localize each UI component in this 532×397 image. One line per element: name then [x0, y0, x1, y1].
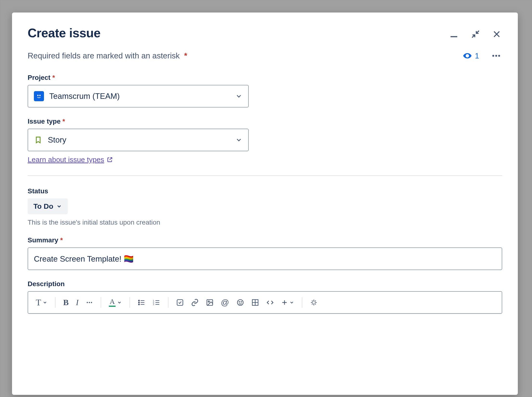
status-label: Status [28, 187, 502, 195]
learn-issue-types-link[interactable]: Learn about issue types [28, 156, 113, 164]
svg-point-14 [138, 300, 139, 301]
issue-type-select[interactable]: Story [28, 129, 249, 151]
bold-button[interactable]: B [60, 296, 72, 309]
subheader-actions: 1 [462, 50, 502, 62]
minimize-button[interactable] [448, 28, 460, 40]
link-icon [191, 299, 199, 306]
description-label: Description [28, 280, 502, 288]
svg-line-43 [312, 303, 313, 304]
asterisk-icon: * [50, 74, 55, 81]
bullet-list-button[interactable] [135, 297, 148, 308]
svg-point-6 [492, 55, 494, 57]
svg-point-5 [467, 55, 468, 57]
summary-label-text: Summary [28, 236, 58, 244]
mention-button[interactable]: @ [218, 296, 232, 309]
minimize-icon [449, 29, 459, 39]
issue-type-field-group: Issue type * Story Learn about issue typ… [28, 118, 502, 164]
text-style-dropdown[interactable]: T [33, 296, 50, 309]
emoji-button[interactable] [234, 297, 247, 308]
project-select-content: Teamscrum (TEAM) [34, 91, 120, 101]
svg-point-31 [241, 302, 241, 302]
more-formatting-button[interactable] [83, 297, 96, 308]
chevron-down-icon [289, 300, 294, 305]
numbered-list-icon: 123 [153, 299, 160, 306]
description-editor: T B I A [28, 291, 502, 314]
summary-label: Summary * [28, 236, 502, 244]
checkbox-icon [176, 299, 184, 306]
restore-button[interactable] [470, 29, 481, 40]
insert-more-button[interactable] [278, 297, 297, 308]
section-divider [28, 175, 502, 176]
svg-point-30 [239, 302, 240, 302]
numbered-list-button[interactable]: 123 [150, 297, 163, 308]
toolbar-separator [130, 297, 130, 308]
modal-title: Create issue [28, 26, 100, 40]
bold-icon: B [63, 298, 69, 307]
toolbar-separator [168, 297, 168, 308]
sparkle-icon [310, 299, 318, 306]
project-select[interactable]: Teamscrum (TEAM) [28, 85, 249, 107]
svg-point-28 [208, 301, 209, 302]
required-fields-note: Required fields are marked with an aster… [28, 51, 187, 60]
bullet-list-icon [138, 299, 145, 306]
chevron-down-icon [235, 93, 242, 100]
issue-type-select-value: Story [48, 135, 66, 145]
italic-icon: I [76, 298, 79, 307]
status-value: To Do [33, 202, 53, 210]
modal-header: Create issue [28, 26, 502, 40]
toolbar-separator [302, 297, 302, 308]
status-dropdown[interactable]: To Do [28, 198, 68, 214]
table-icon [251, 299, 259, 306]
emoji-icon [236, 299, 244, 306]
text-color-icon: A [109, 298, 116, 307]
svg-line-41 [312, 301, 313, 302]
image-button[interactable] [203, 297, 217, 308]
external-link-icon [107, 157, 113, 163]
close-button[interactable] [491, 29, 502, 40]
ai-button[interactable] [307, 297, 321, 308]
watchers-button[interactable]: 1 [462, 50, 480, 61]
svg-point-16 [138, 302, 139, 303]
editor-toolbar: T B I A [28, 292, 502, 313]
close-icon [492, 30, 501, 39]
required-note-text: Required fields are marked with an aster… [28, 51, 180, 60]
modal-window-controls [448, 28, 502, 40]
svg-point-11 [87, 302, 88, 303]
toolbar-separator [55, 297, 56, 308]
issue-type-label-text: Issue type [28, 118, 61, 125]
more-horizontal-icon [491, 51, 501, 61]
chevron-down-icon [117, 300, 122, 305]
eye-icon [463, 51, 472, 60]
svg-point-18 [138, 304, 139, 305]
issue-type-label: Issue type * [28, 118, 502, 125]
svg-point-8 [498, 55, 500, 57]
shrink-icon [471, 30, 480, 39]
italic-button[interactable]: I [73, 296, 81, 309]
plus-icon [281, 299, 288, 306]
issue-type-select-content: Story [34, 135, 66, 145]
asterisk-icon: * [61, 118, 65, 125]
subheader-row: Required fields are marked with an aster… [28, 50, 502, 62]
chevron-down-icon [43, 300, 47, 305]
svg-point-7 [495, 55, 497, 57]
text-style-icon: T [36, 297, 41, 308]
more-actions-button[interactable] [490, 50, 502, 62]
action-item-button[interactable] [173, 297, 187, 308]
watchers-count: 1 [475, 51, 479, 60]
svg-point-9 [37, 95, 38, 96]
text-color-button[interactable]: A [106, 296, 125, 309]
project-select-value: Teamscrum (TEAM) [49, 92, 120, 101]
status-field-group: Status To Do This is the issue's initial… [28, 187, 502, 226]
project-label: Project * [28, 74, 502, 82]
at-icon: @ [221, 298, 229, 307]
chevron-down-icon [56, 203, 62, 209]
svg-point-29 [237, 300, 243, 305]
summary-input[interactable] [28, 247, 502, 270]
asterisk-icon: * [58, 236, 63, 244]
image-icon [206, 299, 214, 306]
code-button[interactable] [263, 297, 277, 308]
status-helper-text: This is the issue's initial status upon … [28, 219, 502, 226]
table-button[interactable] [248, 297, 262, 308]
link-button[interactable] [188, 297, 202, 308]
more-horizontal-icon [86, 299, 93, 306]
